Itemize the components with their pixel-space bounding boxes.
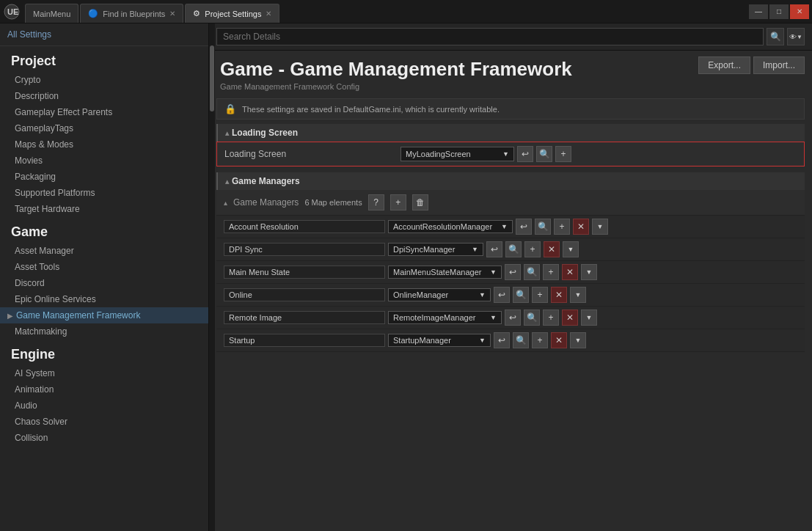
row-1-search-icon: 🔍 [508, 244, 519, 254]
export-button[interactable]: Export... [698, 56, 750, 74]
sidebar-item-asset-tools[interactable]: Asset Tools [0, 259, 208, 275]
map-key-account-resolution[interactable]: Account Resolution [224, 220, 385, 233]
row-3-search-button[interactable]: 🔍 [513, 287, 529, 303]
row-0-delete-button[interactable]: ✕ [573, 219, 589, 235]
search-button[interactable]: 🔍 [767, 28, 784, 45]
svg-text:UE: UE [7, 7, 18, 16]
row-5-delete-button[interactable]: ✕ [551, 332, 567, 348]
row-2-add-button[interactable]: + [543, 264, 559, 280]
sidebar-item-animation[interactable]: Animation [0, 381, 208, 398]
row-4-reset-button[interactable]: ↩ [505, 310, 521, 326]
row-3-reset-icon: ↩ [498, 290, 505, 300]
sidebar-item-packaging[interactable]: Packaging [0, 169, 208, 185]
loading-screen-add-button[interactable]: + [555, 146, 571, 162]
game-managers-section-header[interactable]: ▴ Game Managers [216, 172, 805, 190]
map-val-main-menu-state[interactable]: MainMenuStateManager ▼ [388, 266, 502, 279]
search-input[interactable] [216, 28, 764, 45]
row-3-reset-button[interactable]: ↩ [494, 287, 510, 303]
map-val-remote-image-value: RemoteImageManager [393, 313, 476, 322]
maximize-button[interactable]: □ [769, 4, 789, 19]
header-actions: Export... Import... [698, 56, 805, 74]
lock-icon: 🔒 [224, 103, 236, 114]
row-2-delete-button[interactable]: ✕ [562, 264, 578, 280]
row-5-menu-button[interactable]: ▼ [570, 332, 586, 348]
map-val-startup[interactable]: StartupManager ▼ [388, 334, 491, 347]
map-key-main-menu-state[interactable]: Main Menu State [224, 266, 385, 279]
row-4-delete-button[interactable]: ✕ [562, 310, 578, 326]
tab-main-menu[interactable]: MainMenu [25, 4, 78, 23]
row-0-reset-button[interactable]: ↩ [516, 219, 532, 235]
sidebar-item-description[interactable]: Description [0, 88, 208, 104]
row-2-search-button[interactable]: 🔍 [524, 264, 540, 280]
loading-screen-dropdown[interactable]: MyLoadingScreen ▼ [400, 147, 514, 161]
game-managers-help-button[interactable]: ? [368, 194, 384, 210]
map-val-dpi-sync[interactable]: DpiSyncManager ▼ [388, 243, 483, 256]
page-title-area: Game - Game Management Framework Game Ma… [209, 51, 812, 94]
row-5-search-button[interactable]: 🔍 [513, 332, 529, 348]
sidebar-item-chaos-solver[interactable]: Chaos Solver [0, 414, 208, 430]
row-3-menu-button[interactable]: ▼ [570, 287, 586, 303]
tab-project-settings[interactable]: ⚙ Project Settings ✕ [185, 4, 279, 23]
sidebar-item-gameplay-tags[interactable]: GameplayTags [0, 120, 208, 136]
loading-screen-search-button[interactable]: 🔍 [536, 146, 552, 162]
row-0-add-button[interactable]: + [554, 219, 570, 235]
map-key-remote-image[interactable]: Remote Image [224, 311, 385, 324]
sidebar-item-movies[interactable]: Movies [0, 153, 208, 169]
sidebar-item-gameplay-effect-parents[interactable]: Gameplay Effect Parents [0, 104, 208, 120]
eye-button[interactable]: 👁 ▼ [787, 28, 805, 45]
tab-find-blueprints-close[interactable]: ✕ [169, 10, 175, 18]
row-1-add-button[interactable]: + [524, 241, 541, 257]
map-key-dpi-sync[interactable]: DPI Sync [224, 243, 385, 256]
row-1-reset-button[interactable]: ↩ [486, 241, 502, 257]
tab-find-in-blueprints[interactable]: 🔵 Find in Blueprints ✕ [80, 4, 183, 23]
row-5-delete-icon: ✕ [555, 335, 563, 345]
sidebar-item-ai-system[interactable]: AI System [0, 365, 208, 381]
close-button[interactable]: ✕ [790, 4, 809, 19]
map-val-remote-image[interactable]: RemoteImageManager ▼ [388, 311, 502, 324]
game-managers-add-button[interactable]: + [390, 194, 406, 210]
row-3-add-button[interactable]: + [532, 287, 548, 303]
row-5-add-button[interactable]: + [532, 332, 548, 348]
row-1-delete-button[interactable]: ✕ [544, 241, 560, 257]
sidebar-item-audio[interactable]: Audio [0, 398, 208, 414]
game-managers-help-icon: ? [373, 197, 378, 208]
loading-screen-section-header[interactable]: ▴ Loading Screen [216, 124, 805, 142]
tab-project-settings-icon: ⚙ [193, 9, 200, 18]
row-3-delete-button[interactable]: ✕ [551, 287, 567, 303]
map-val-online[interactable]: OnlineManager ▼ [388, 288, 491, 301]
map-key-online[interactable]: Online [224, 288, 385, 301]
row-4-reset-icon: ↩ [509, 312, 516, 323]
sidebar-item-collision[interactable]: Collision [0, 430, 208, 446]
minimize-button[interactable]: — [749, 4, 768, 19]
map-key-startup-label: Startup [229, 336, 255, 345]
all-settings-link[interactable]: All Settings [7, 29, 51, 40]
sidebar-item-target-hardware[interactable]: Target Hardware [0, 201, 208, 217]
row-4-add-button[interactable]: + [543, 310, 559, 326]
sidebar-item-supported-platforms[interactable]: Supported Platforms [0, 185, 208, 201]
sidebar-item-discord[interactable]: Discord [0, 275, 208, 291]
sidebar-item-epic-online-services[interactable]: Epic Online Services [0, 291, 208, 307]
tab-project-settings-close[interactable]: ✕ [266, 10, 271, 18]
row-1-search-button[interactable]: 🔍 [505, 241, 522, 257]
sidebar-item-matchmaking[interactable]: Matchmaking [0, 323, 208, 340]
game-managers-delete-button[interactable]: 🗑 [412, 194, 428, 210]
loading-screen-reset-button[interactable]: ↩ [517, 146, 533, 162]
sidebar-item-game-management-framework[interactable]: ▶ Game Management Framework [0, 307, 208, 323]
sidebar-item-maps-modes[interactable]: Maps & Modes [0, 136, 208, 153]
sidebar-item-gameplay-effect-parents-label: Gameplay Effect Parents [15, 107, 112, 117]
row-4-search-button[interactable]: 🔍 [524, 310, 540, 326]
row-2-menu-button[interactable]: ▼ [581, 264, 597, 280]
row-4-menu-icon: ▼ [586, 314, 593, 321]
sidebar-item-crypto[interactable]: Crypto [0, 72, 208, 88]
sidebar-item-discord-label: Discord [15, 278, 45, 288]
row-1-menu-button[interactable]: ▼ [563, 241, 579, 257]
map-key-startup[interactable]: Startup [224, 334, 385, 347]
import-button[interactable]: Import... [753, 56, 805, 74]
row-2-reset-button[interactable]: ↩ [505, 264, 521, 280]
map-val-account-resolution[interactable]: AccountResolutionManager ▼ [388, 220, 513, 233]
row-5-reset-button[interactable]: ↩ [494, 332, 510, 348]
sidebar-item-asset-manager[interactable]: Asset Manager [0, 243, 208, 259]
row-0-search-button[interactable]: 🔍 [535, 219, 551, 235]
row-4-menu-button[interactable]: ▼ [581, 310, 597, 326]
row-0-menu-button[interactable]: ▼ [592, 219, 608, 235]
